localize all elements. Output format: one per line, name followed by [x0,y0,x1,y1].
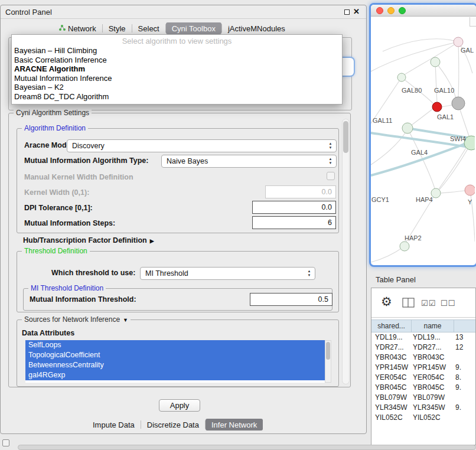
combo-value: Naive Bayes [167,157,208,165]
float-window-icon[interactable] [344,9,350,15]
apply-button[interactable]: Apply [159,399,200,412]
network-node[interactable] [431,57,440,67]
data-attributes-list: SelfLoopsTopologicalCoefficientBetweenne… [25,340,325,383]
table-row[interactable]: YIL052CYIL052C [371,413,475,423]
manual-kernel-checkbox[interactable] [327,172,335,180]
table-cell: YBR043C [412,353,454,363]
tab-label: Infer Network [211,420,257,430]
network-node[interactable] [465,185,475,195]
tab-select[interactable]: Select [132,22,165,34]
scrollbar-thumb[interactable] [326,342,330,360]
combo-arrows-icon: ▲▼ [305,269,313,278]
hub-section-label: Hub/Transcription Factor Definition [23,236,147,244]
attributes-scrollbar[interactable] [325,340,331,383]
node-label: Y [468,198,472,206]
attribute-item[interactable]: gal4RGexp [25,370,325,380]
network-node[interactable] [454,37,463,47]
table-row[interactable]: YDR27...YDR27...12 [371,343,475,353]
mi-type-combo[interactable]: Naive Bayes ▲▼ [161,155,337,168]
bottom-tabs: Impute Data Discretize Data Infer Networ… [87,418,263,431]
mi-type-label: Mutual Information Algorithm Type: [24,156,148,165]
table-row[interactable]: YLR345WYLR345W9. [371,403,475,413]
mi-threshold-input[interactable]: 0.5 [250,293,332,306]
node-label: HAP4 [416,196,433,203]
algorithm-option[interactable]: Basic Correlation Inference [12,56,342,65]
mi-threshold-label: Mutual Information Threshold: [30,295,136,304]
kernel-width-input[interactable]: 0.0 [265,185,336,198]
group-legend: Algorithm Definition [22,124,88,133]
mi-steps-input[interactable]: 6 [252,216,336,229]
deselect-all-icon[interactable]: ☐☐ [441,299,455,308]
table-cell: 9. [454,363,475,373]
network-edge [371,140,475,175]
network-node[interactable] [397,73,406,81]
hub-section-toggle[interactable]: Hub/Transcription Factor Definition▶ [23,236,154,245]
control-panel-tabs: Network Style Select Cyni Toolbox jActiv… [53,22,291,35]
algorithm-option[interactable]: Bayesian – Hill Climbing [12,46,342,56]
network-node[interactable] [402,123,413,133]
attribute-item[interactable]: BetweennessCentrality [25,360,325,370]
aracne-mode-combo[interactable]: Discovery ▲▼ [67,139,337,152]
network-window-titlebar[interactable] [371,5,476,17]
column-header[interactable]: name [412,320,454,332]
table-cell: YER054C [412,373,454,383]
node-label: GAL1 [437,113,454,120]
close-traffic-light[interactable] [376,7,383,14]
tab-style[interactable]: Style [103,22,132,34]
tab-cyni-toolbox[interactable]: Cyni Toolbox [166,22,221,34]
horizontal-scrollbar[interactable] [18,445,476,450]
network-scrollbar-corner[interactable] [470,17,476,27]
aracne-mode-label: Aracne Mode: [24,141,73,150]
table-cell: YBL079W [412,393,454,403]
tab-network[interactable]: Network [53,22,102,34]
table-row[interactable]: YBR043CYBR043C [371,353,475,363]
which-threshold-combo[interactable]: MI Threshold ▲▼ [140,267,315,280]
tab-infer-network[interactable]: Infer Network [206,419,263,431]
column-header[interactable]: shared... [371,320,412,332]
sources-toggle[interactable]: Sources for Network Inference▼ [22,315,131,324]
table-row[interactable]: YPR145WYPR145W9. [371,363,475,373]
tab-discretize-data[interactable]: Discretize Data [141,419,205,431]
network-node[interactable] [432,102,442,112]
select-all-icon[interactable]: ☑☑ [421,299,436,308]
gear-icon[interactable]: ⚙ [381,295,392,309]
network-node[interactable] [400,242,409,251]
table-toolbar: ⚙ ☑☑ ☐☐ [371,288,475,318]
table-row[interactable]: YBR045CYBR045C9. [371,383,475,393]
close-icon[interactable]: ✕ [353,7,360,16]
network-node[interactable] [452,97,465,110]
algorithm-option[interactable]: ARACNE Algorithm [12,64,342,74]
zoom-traffic-light[interactable] [399,7,406,14]
tab-label: Impute Data [93,420,135,430]
sources-group: Sources for Network Inference▼ Data Attr… [17,319,339,387]
window-title: Control Panel [5,8,52,17]
attribute-item[interactable]: TopologicalCoefficient [25,350,325,360]
network-edge [371,246,405,262]
tab-impute-data[interactable]: Impute Data [87,419,141,431]
dpi-tolerance-input[interactable]: 0.0 [252,201,336,214]
dpi-tolerance-label: DPI Tolerance [0,1]: [24,203,93,213]
table-cell: YBR045C [412,383,454,393]
collapsed-panel-icon[interactable] [2,439,9,446]
network-edge [435,62,437,102]
attribute-item[interactable]: SelfLoops [25,340,325,350]
table-panel: ⚙ ☑☑ ☐☐ shared... name YDL19...YDL19...1… [371,288,476,445]
column-header[interactable] [454,320,475,332]
settings-scrollbar[interactable] [342,119,350,384]
table-row[interactable]: YDL19...YDL19...13 [371,332,475,343]
algorithm-option[interactable]: Dream8 DC_TDC Algorithm [12,92,342,102]
group-legend: Cyni Algorithm Settings [14,109,92,118]
table-row[interactable]: YER054CYER054C8. [371,373,475,383]
scrollbar-thumb[interactable] [343,121,348,153]
algorithm-option[interactable]: Mutual Information Inference [12,74,342,83]
node-label: GAL [461,47,474,54]
minimize-traffic-light[interactable] [387,7,395,14]
columns-icon[interactable] [402,298,415,311]
table-row[interactable]: YBL079WYBL079W [371,393,475,403]
tab-jactivemnodules[interactable]: jActiveMNodules [222,22,291,34]
algorithm-option[interactable]: Bayesian – K2 [12,83,342,92]
node-label: GAL4 [411,149,428,156]
network-view-window: GALGAL80GAL10GAL11GAL1SWI4GAL4GCY1HAP4YH… [371,5,476,265]
network-edge [458,42,459,97]
table-cell: 13 [454,332,475,343]
